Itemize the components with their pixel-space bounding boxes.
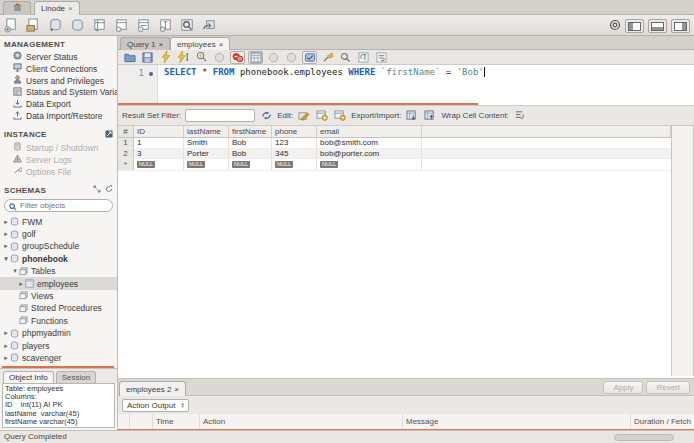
tab-employees-2[interactable]: employees 2 × — [119, 381, 186, 397]
cell-lastname[interactable]: Smith — [184, 138, 229, 148]
col-header-firstname[interactable]: firstName — [229, 126, 272, 137]
col-header-lastname[interactable]: lastName — [184, 126, 229, 137]
import-icon[interactable] — [423, 109, 437, 122]
tree-item-employees[interactable]: ▸employees — [0, 277, 117, 289]
schemas-expand-icon[interactable] — [93, 185, 101, 195]
output-col-time[interactable]: Time — [153, 414, 200, 429]
reconnect-icon[interactable] — [201, 17, 218, 34]
autocommit-toggle[interactable] — [302, 51, 317, 64]
close-icon[interactable]: × — [219, 40, 224, 49]
cell-lastname[interactable]: Porter — [184, 149, 229, 159]
stop-on-error-toggle[interactable] — [230, 51, 245, 64]
beautify-icon[interactable] — [320, 51, 335, 64]
apply-button[interactable]: Apply — [603, 381, 643, 394]
chevron-down-icon[interactable]: ▾ — [2, 255, 10, 263]
sql-text[interactable]: SELECT * FROM phonebook.employees WHERE … — [164, 67, 485, 77]
sidebar-item-users-privileges[interactable]: Users and Privileges — [0, 75, 117, 87]
sidebar-item-data-import[interactable]: Data Import/Restore — [0, 110, 117, 122]
connection-tab[interactable]: Linode × — [34, 1, 80, 15]
output-col-action[interactable]: Action — [200, 414, 403, 429]
col-header-id[interactable]: ID — [134, 126, 184, 137]
cell-phone[interactable]: 345 — [272, 149, 317, 159]
tree-item-functions[interactable]: Functions — [0, 315, 117, 327]
tab-session[interactable]: Session — [56, 371, 96, 383]
sidebar-item-client-connections[interactable]: Client Connections — [0, 63, 117, 75]
result-filter-input[interactable] — [185, 109, 255, 122]
row-number[interactable]: 1 — [118, 138, 134, 148]
home-tab[interactable] — [3, 1, 31, 15]
sidebar-item-server-logs[interactable]: Server Logs — [0, 154, 117, 166]
tree-item-scavenger[interactable]: ▸scavenger — [0, 352, 117, 364]
col-header-phone[interactable]: phone — [272, 126, 317, 137]
cell-phone[interactable]: 123 — [272, 138, 317, 148]
row-number[interactable]: 2 — [118, 149, 134, 159]
stop-icon[interactable] — [212, 51, 227, 64]
chevron-right-icon[interactable]: ▸ — [2, 342, 10, 350]
execute-icon[interactable] — [158, 51, 173, 64]
export-icon[interactable] — [405, 109, 419, 122]
cell-email[interactable]: bob@porter.com — [317, 149, 422, 159]
toggle-right-panel-icon[interactable] — [671, 19, 690, 33]
chevron-down-icon[interactable]: ▾ — [11, 267, 19, 275]
screencast-icon[interactable] — [609, 17, 621, 35]
horizontal-scrollbar[interactable] — [614, 434, 674, 441]
search-objects-icon[interactable] — [179, 17, 196, 34]
new-query-icon[interactable] — [3, 17, 20, 34]
edit-record-icon[interactable] — [297, 109, 311, 122]
schemas-refresh-icon[interactable] — [105, 185, 113, 195]
tab-query-1[interactable]: Query 1 × — [120, 37, 170, 50]
rollback-icon[interactable] — [284, 51, 299, 64]
cell-id[interactable]: 1 — [134, 138, 184, 148]
tree-item-stored-procedures[interactable]: Stored Procedures — [0, 302, 117, 314]
chevron-right-icon[interactable]: ▸ — [2, 242, 10, 250]
commit-icon[interactable] — [266, 51, 281, 64]
tree-item-views[interactable]: Views — [0, 290, 117, 302]
tree-item-tables[interactable]: ▾Tables — [0, 265, 117, 277]
wrap-cell-icon[interactable] — [513, 109, 527, 122]
new-table-icon[interactable] — [91, 17, 108, 34]
find-icon[interactable] — [338, 51, 353, 64]
chevron-right-icon[interactable]: ▸ — [2, 230, 10, 238]
instance-config-icon[interactable] — [105, 130, 113, 140]
insert-record-icon[interactable] — [315, 109, 329, 122]
toggle-left-panel-icon[interactable] — [625, 19, 644, 33]
open-script-icon[interactable] — [25, 17, 42, 34]
db-connection-icon[interactable] — [69, 17, 86, 34]
new-function-icon[interactable] — [157, 17, 174, 34]
sidebar-item-server-status[interactable]: Server Status — [0, 51, 117, 63]
sidebar-item-startup-shutdown[interactable]: Startup / Shutdown — [0, 142, 117, 154]
new-view-icon[interactable] — [113, 17, 130, 34]
cell-email[interactable]: bob@smith.com — [317, 138, 422, 148]
row-number[interactable]: * — [118, 159, 134, 170]
chevron-right-icon[interactable]: ▸ — [2, 218, 10, 226]
chevron-right-icon[interactable]: ▸ — [2, 329, 10, 337]
tree-item-phpmyadmin[interactable]: ▸phpmyadmin — [0, 327, 117, 339]
cell-id[interactable]: 3 — [134, 149, 184, 159]
toggle-bottom-panel-icon[interactable] — [648, 19, 667, 33]
cell-firstname[interactable]: Bob — [229, 149, 272, 159]
tree-item-phonebook[interactable]: ▾phonebook — [0, 253, 117, 265]
chevron-right-icon[interactable]: ▸ — [2, 354, 10, 362]
sidebar-item-options-file[interactable]: Options File — [0, 166, 117, 178]
close-icon[interactable]: × — [158, 40, 163, 49]
schema-filter-input[interactable] — [20, 201, 100, 210]
sql-editor[interactable]: 1 SELECT * FROM phonebook.employees WHER… — [118, 65, 694, 103]
delete-record-icon[interactable] — [333, 109, 347, 122]
save-icon[interactable] — [140, 51, 155, 64]
output-col-message[interactable]: Message — [403, 414, 631, 429]
revert-button[interactable]: Revert — [646, 381, 690, 394]
chevron-right-icon[interactable]: ▸ — [17, 280, 25, 288]
sidebar-item-status-variables[interactable]: Status and System Variables — [0, 86, 117, 98]
close-icon[interactable]: × — [174, 385, 179, 394]
limit-rows-icon[interactable] — [248, 51, 263, 64]
tree-item-fwm[interactable]: ▸FWM — [0, 215, 117, 227]
output-col-duration[interactable]: Duration / Fetch — [631, 414, 694, 429]
tree-item-groupschedule[interactable]: ▸groupSchedule — [0, 240, 117, 252]
new-schema-icon[interactable] — [47, 17, 64, 34]
execute-current-icon[interactable] — [176, 51, 191, 64]
tab-object-info[interactable]: Object Info — [3, 371, 54, 383]
close-icon[interactable]: × — [68, 4, 73, 13]
tree-item-golf[interactable]: ▸golf — [0, 228, 117, 240]
wrap-text-icon[interactable] — [374, 51, 389, 64]
sidebar-item-data-export[interactable]: Data Export — [0, 98, 117, 110]
